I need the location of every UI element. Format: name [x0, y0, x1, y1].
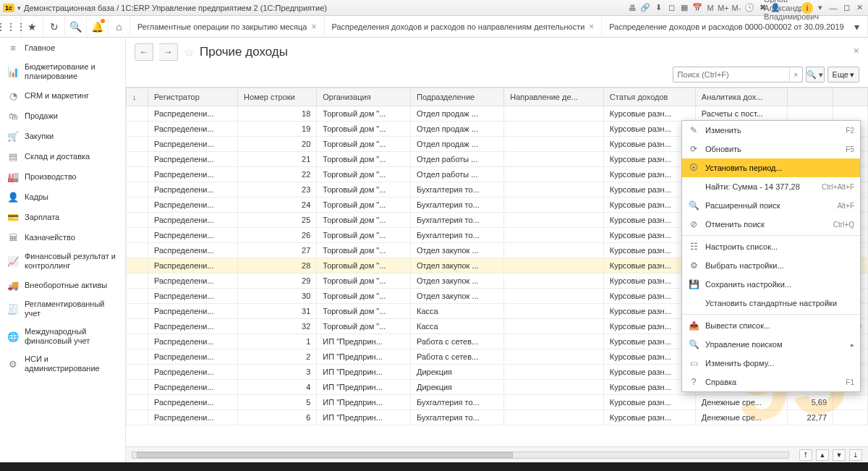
cell: Денежные сре...	[695, 410, 787, 425]
m-icon[interactable]: M	[705, 2, 716, 14]
column-header[interactable]: Статья доходов	[603, 88, 695, 106]
menu-item[interactable]: Установить стандартные настройки	[682, 294, 860, 313]
menu-item-icon: ⊘	[688, 218, 699, 230]
tab-close-icon[interactable]: ×	[311, 22, 316, 32]
favorite-icon[interactable]: ☆	[184, 46, 194, 59]
column-header[interactable]	[787, 88, 833, 106]
column-header[interactable]: ↓	[127, 88, 148, 106]
cell: 19	[238, 122, 317, 137]
sidebar-item[interactable]: 🧾Регламентированный учет	[0, 295, 125, 323]
sidebar-item-label: Кадры	[25, 192, 48, 202]
tab[interactable]: Распределения доходов и расходов по напр…	[325, 16, 603, 37]
menu-item-label: Справка	[705, 378, 840, 386]
menu-item[interactable]: ☷Настроить список...	[682, 237, 860, 256]
column-header[interactable]	[833, 88, 868, 106]
maximize-button[interactable]: ◻	[841, 2, 852, 14]
sidebar-item[interactable]: 👤Кадры	[0, 187, 125, 207]
copy-icon[interactable]: ◻	[665, 2, 677, 14]
home-icon[interactable]: ⌂	[109, 16, 130, 37]
cell: Распределени...	[148, 380, 238, 395]
star-icon[interactable]: ★	[22, 16, 43, 37]
more-button[interactable]: Еще ▾	[827, 67, 859, 82]
menu-item[interactable]: ⊘Отменить поискCtrl+Q	[682, 215, 860, 234]
cell: Торговый дом "...	[317, 258, 411, 273]
sidebar-item[interactable]: 🏛Казначейство	[0, 227, 125, 247]
forward-button[interactable]: →	[159, 43, 178, 61]
cell	[127, 152, 148, 167]
column-header[interactable]: Аналитика дох...	[695, 88, 787, 106]
menu-item[interactable]: ⚙Выбрать настройки...	[682, 256, 860, 275]
last-page-icon[interactable]: ⤓	[849, 449, 862, 461]
menu-item[interactable]: ?СправкаF1	[682, 373, 860, 391]
sidebar-item[interactable]: ⚙НСИ и администрирование	[0, 350, 125, 378]
horizontal-scrollbar[interactable]	[132, 451, 789, 459]
menu-item-shortcut: F5	[846, 145, 854, 153]
column-header[interactable]: Направление де...	[504, 88, 604, 106]
sidebar-item[interactable]: 🛒Закупки	[0, 126, 125, 146]
sidebar-item[interactable]: 📊Бюджетирование и планирование	[0, 58, 125, 85]
column-header[interactable]: Подразделение	[411, 88, 504, 106]
column-header[interactable]: Организация	[317, 88, 411, 106]
sidebar-item[interactable]: 📈Финансовый результат и контроллинг	[0, 247, 125, 275]
menu-item[interactable]: ⦿Установить период...	[682, 158, 860, 177]
bell-icon[interactable]: 🔔	[87, 16, 109, 37]
m-plus-icon[interactable]: M+	[718, 2, 729, 14]
tab[interactable]: Распределение доходов и расходов 0000-00…	[602, 16, 846, 37]
tab[interactable]: Регламентные операции по закрытию месяца…	[130, 16, 325, 37]
menu-item[interactable]: ✎ИзменитьF2	[682, 121, 860, 140]
calendar-icon[interactable]: 📅	[692, 2, 703, 14]
back-button[interactable]: ←	[135, 43, 153, 61]
sidebar-item[interactable]: 🏭Производство	[0, 166, 125, 187]
sidebar-item-label: Производство	[25, 172, 77, 182]
tab-close-icon[interactable]: ×	[589, 22, 594, 32]
sidebar-item[interactable]: 🌐Международный финансовый учет	[0, 323, 125, 350]
menu-item[interactable]: 🔍Управление поиском▸	[682, 335, 860, 354]
table-row[interactable]: Распределени...6ИП "Предприн...Бухгалтер…	[127, 410, 868, 425]
menu-item[interactable]: Найти: Сумма - 14 377,28Ctrl+Alt+F	[682, 177, 860, 196]
menu-item[interactable]: ⟳ОбновитьF5	[682, 140, 860, 158]
clear-search-button[interactable]: ×	[789, 67, 802, 82]
context-menu: ✎ИзменитьF2⟳ОбновитьF5⦿Установить период…	[681, 120, 861, 392]
sidebar-item[interactable]: ◔CRM и маркетинг	[0, 85, 125, 106]
search-input[interactable]	[673, 67, 789, 82]
column-header[interactable]: Регистратор	[148, 88, 238, 106]
first-page-icon[interactable]: ⤒	[799, 449, 812, 461]
sidebar-item[interactable]: ▤Склад и доставка	[0, 146, 125, 166]
calc-icon[interactable]: ▦	[678, 2, 690, 14]
next-page-icon[interactable]: ▼	[833, 449, 846, 461]
menu-item[interactable]: 💾Сохранить настройки...	[682, 275, 860, 294]
column-header[interactable]: Номер строки	[238, 88, 317, 106]
menu-item[interactable]: 📤Вывести список...	[682, 316, 860, 335]
close-page-button[interactable]: ×	[854, 45, 859, 56]
search-icon[interactable]: 🔍	[65, 16, 87, 37]
m-minus-icon[interactable]: M-	[731, 2, 742, 14]
advanced-search-button[interactable]: 🔍 ▾	[806, 67, 825, 82]
dropdown-icon[interactable]: ▾	[17, 4, 21, 12]
cell	[504, 289, 604, 304]
print-icon[interactable]: 🖶	[626, 2, 638, 14]
sidebar-item[interactable]: 🛍Продажи	[0, 106, 125, 126]
table-row[interactable]: Распределени...5ИП "Предприн...Бухгалтер…	[127, 395, 868, 410]
save-icon[interactable]: ⬇	[652, 2, 664, 14]
sidebar-item[interactable]: 🚚Внеоборотные активы	[0, 275, 125, 295]
user-name[interactable]: Орлов Александр Владимирович	[786, 2, 797, 14]
minimize-button[interactable]: —	[827, 2, 839, 14]
prev-page-icon[interactable]: ▲	[816, 449, 829, 461]
tabs-chevron-icon[interactable]: ▾	[846, 16, 868, 37]
sidebar-item[interactable]: 💳Зарплата	[0, 207, 125, 227]
cell: Распределени...	[148, 228, 238, 243]
share-icon[interactable]: 🔗	[639, 2, 651, 14]
dd-icon[interactable]: ▾	[814, 2, 826, 14]
apps-icon[interactable]: ⋮⋮⋮	[0, 16, 22, 37]
history-icon[interactable]: ↻	[43, 16, 65, 37]
menu-item[interactable]: 🔍Расширенный поискAlt+F	[682, 196, 860, 215]
scroll-thumb[interactable]	[137, 452, 513, 458]
cell: Распределени...	[148, 198, 238, 213]
info-icon[interactable]: i	[801, 2, 813, 14]
cell: Торговый дом "...	[317, 273, 411, 289]
close-window-button[interactable]: ✕	[854, 2, 865, 14]
menu-item[interactable]: ▭Изменить форму...	[682, 354, 860, 373]
table-row[interactable]: Распределени...18Торговый дом "...Отдел …	[127, 106, 868, 122]
sidebar-item[interactable]: ≡Главное	[0, 38, 125, 58]
clock-icon[interactable]: 🕓	[744, 2, 755, 14]
